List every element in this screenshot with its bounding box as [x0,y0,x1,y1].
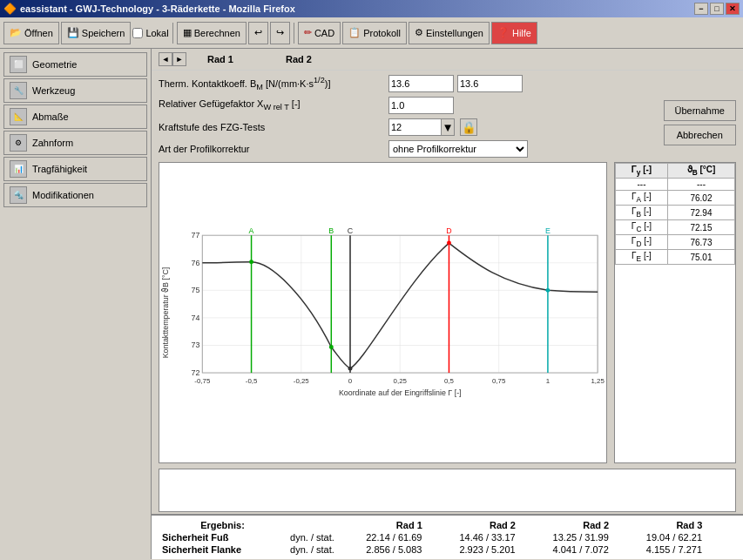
chart-legend: Γy [-] ϑB [°C] --- --- ΓA [-] 76.02 ΓB [… [614,162,736,463]
relative-val1-input[interactable] [388,97,454,114]
fuss-sublabel: dyn. / stat. [287,531,362,543]
svg-text:C: C [348,226,354,235]
svg-text:0,75: 0,75 [492,377,506,385]
legend-row-c-gy: ΓC [-] [616,220,668,235]
rad1-label: Rad 1 [207,54,233,64]
fuss-r1: 22.14 / 61.69 [362,531,456,543]
save-button[interactable]: 💾 Speichern [61,22,132,44]
svg-text:1: 1 [546,377,550,385]
geometry-icon: ⬜ [10,56,27,73]
form-action-area: Therm. Kontaktkoeff. BM [N/(mm·K·s1/2)] … [152,71,743,159]
legend-row-e-tb: 75.01 [667,250,734,265]
svg-text:73: 73 [192,341,200,349]
bottom-table-container: Ergebnis: Rad 1 Rad 2 Rad 2 Rad 3 Sicher… [152,514,743,559]
loadcap-icon: 📊 [10,160,27,178]
results-header-row: Ergebnis: Rad 1 Rad 2 Rad 2 Rad 3 [159,519,736,531]
svg-text:76: 76 [192,259,200,267]
main-container: ⬜ Geometrie 🔧 Werkzeug 📐 Abmaße ⚙ Zahnfo… [0,49,743,559]
calculate-button[interactable]: ▦ Berechnen [177,22,247,44]
sidebar-item-toothform[interactable]: ⚙ Zahnform [3,131,147,155]
fuss-r2b: 13.25 / 31.99 [550,531,643,543]
results-col-rad2b: Rad 2 [550,519,643,531]
accept-button[interactable]: Übernahme [664,100,736,121]
close-button[interactable]: ✕ [726,3,740,15]
svg-text:72: 72 [192,368,200,377]
local-checkbox[interactable] [132,28,143,38]
nav-prev-button[interactable]: ◄ [159,52,172,66]
nav-next-button[interactable]: ► [172,52,186,66]
svg-text:0: 0 [348,377,353,385]
fzg-dropdown-btn[interactable]: ▼ [441,118,455,136]
legend-header-tb: ϑB [°C] [667,164,734,179]
help-icon: ❓ [497,27,510,38]
toothform-icon: ⚙ [10,134,27,152]
calculate-icon: ▦ [183,27,192,38]
chart-wrapper: Kontakttemperatur ϑB [°C] [159,162,607,463]
open-icon: 📂 [10,27,22,38]
flanke-label: Sicherheit Flanke [159,543,287,556]
chart-svg: Kontakttemperatur ϑB [°C] [159,163,606,462]
sidebar: ⬜ Geometrie 🔧 Werkzeug 📐 Abmaße ⚙ Zahnfo… [0,49,152,559]
form-row-relative: Relativer Gefügefaktor XW rel T [-] [159,96,653,115]
legend-row-0-tb: --- [667,179,734,191]
tool-icon: 🔧 [10,82,27,99]
redo-button[interactable]: ↪ [270,22,290,44]
profilkorrektur-label: Art der Profilkorrektur [159,144,385,154]
local-checkbox-group: Lokal [132,28,168,38]
content-area: ◄ ► Rad 1 Rad 2 Therm. Kontaktkoeff. BM … [152,49,743,559]
modifications-icon: 🔩 [10,186,27,204]
open-button[interactable]: 📂 Öffnen [3,22,59,44]
svg-point-46 [545,288,550,293]
svg-text:0,5: 0,5 [444,377,455,385]
svg-text:Koordinate auf der Eingriffsli: Koordinate auf der Eingriffslinie Γ [-] [339,388,462,397]
svg-text:-0,5: -0,5 [246,377,258,385]
maximize-button[interactable]: □ [710,3,724,15]
sidebar-item-tool[interactable]: 🔧 Werkzeug [3,78,147,103]
legend-row-a-tb: 76.02 [667,191,734,206]
cancel-button[interactable]: Abbrechen [664,125,736,145]
legend-row-b-tb: 72.94 [667,206,734,220]
legend-row-c-tb: 72.15 [667,220,734,235]
svg-text:-0,75: -0,75 [194,377,211,385]
minimize-button[interactable]: − [694,3,708,15]
thermal-val2-input[interactable] [457,75,523,92]
thermal-label: Therm. Kontaktkoeff. BM [N/(mm·K·s1/2)] [159,76,385,91]
fzg-lock-button[interactable]: 🔒 [460,118,477,136]
form-area: Therm. Kontaktkoeff. BM [N/(mm·K·s1/2)] … [159,74,653,159]
svg-point-42 [249,260,253,264]
thermal-val1-input[interactable] [388,75,454,92]
dimensions-icon: 📐 [10,108,27,125]
svg-point-44 [348,367,353,371]
sidebar-item-modifications[interactable]: 🔩 Modifikationen [3,183,147,207]
sidebar-item-loadcap[interactable]: 📊 Tragfähigkeit [3,157,147,181]
results-col-rad3: Rad 3 [643,519,736,531]
settings-button[interactable]: ⚙ Einstellungen [409,22,490,44]
table-row-fuss: Sicherheit Fuß dyn. / stat. 22.14 / 61.6… [159,531,736,543]
cad-button[interactable]: ✏ CAD [298,22,341,44]
protocol-button[interactable]: 📋 Protokoll [342,22,407,44]
local-label: Lokal [145,28,168,38]
table-row-flanke: Sicherheit Flanke dyn. / stat. 2.856 / 5… [159,543,736,556]
flanke-r2b: 4.041 / 7.072 [550,543,643,556]
form-row-thermal: Therm. Kontaktkoeff. BM [N/(mm·K·s1/2)] [159,74,653,93]
fuss-r2a: 14.46 / 33.17 [456,531,549,543]
settings-icon: ⚙ [415,27,423,38]
flanke-r1: 2.856 / 5.083 [362,543,456,556]
legend-row-b-gy: ΓB [-] [616,206,668,220]
fzg-combo: ▼ [388,118,455,136]
sidebar-item-geometry[interactable]: ⬜ Geometrie [3,52,147,77]
help-button[interactable]: ❓ Hilfe [491,22,537,44]
title-bar-text: eassistant - GWJ-Technology - 3-Räderket… [20,3,295,14]
results-col-ergebnis: Ergebnis: [159,519,287,531]
undo-button[interactable]: ↩ [248,22,268,44]
sep2 [294,23,294,44]
sep1 [172,23,173,44]
fzg-input[interactable] [388,118,441,136]
svg-text:E: E [545,226,550,235]
flanke-r3: 4.155 / 7.271 [643,543,736,556]
svg-text:74: 74 [192,314,200,322]
results-col-empty [287,519,362,531]
svg-text:1,25: 1,25 [591,377,605,385]
profilkorrektur-select[interactable]: ohne Profilkorrektur mit Profilkorrektur [388,140,528,158]
sidebar-item-dimensions[interactable]: 📐 Abmaße [3,105,147,129]
